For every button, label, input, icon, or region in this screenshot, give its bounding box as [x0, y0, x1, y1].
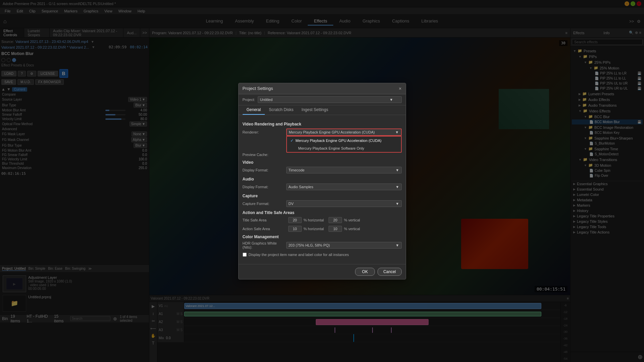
preview-cache-label: Preview Cache: [243, 153, 286, 157]
check-icon: ✓ [290, 138, 294, 143]
video-display-format-field: Timecode ▼ [286, 167, 402, 173]
ok-button[interactable]: OK [355, 268, 375, 276]
action-safe-label: Action Safe Area [243, 227, 286, 231]
renderer-option-software[interactable]: Mercury Playback Engine Software Only [287, 145, 401, 152]
tab-scratch-disks[interactable]: Scratch Disks [265, 105, 297, 115]
capture-format-label: Capture Format: [243, 202, 286, 206]
hdr-label: HDR Graphics White (Nits): [243, 241, 286, 249]
capture-format-select[interactable]: DV ▼ [286, 200, 402, 207]
renderer-value: Mercury Playback Engine GPU Acceleration… [289, 130, 375, 134]
dialog-title: Project Settings [243, 86, 273, 91]
project-row-label: Project: [243, 98, 255, 102]
renderer-label: Renderer: [243, 130, 286, 134]
display-checkbox[interactable] [243, 253, 247, 257]
action-safe-v-input[interactable] [329, 226, 342, 232]
audio-display-format-row: Display Format: Audio Samples ▼ [243, 184, 402, 190]
preview-cache-row: Preview Cache: [243, 153, 402, 157]
dialog-header: Project Settings × [239, 83, 406, 94]
dialog-close-button[interactable]: × [399, 86, 401, 91]
project-settings-dialog: Project Settings × Project: Untitled ▼ G… [238, 83, 406, 279]
audio-display-format-label: Display Format: [243, 185, 286, 189]
title-safe-h-input[interactable] [288, 217, 302, 223]
dialog-overlay: Project Settings × Project: Untitled ▼ G… [0, 0, 644, 362]
renderer-dropdown-icon: ▼ [395, 130, 399, 134]
action-safe-h-unit: % horizontal [304, 227, 324, 231]
tab-general[interactable]: General [243, 105, 265, 115]
color-mgmt-title: Color Management [243, 235, 402, 239]
video-display-format-label: Display Format: [243, 168, 286, 172]
title-safe-v-input[interactable] [329, 217, 342, 223]
dialog-body: Video Rendering and Playback Renderer: M… [239, 115, 406, 264]
title-safe-h-unit: % horizontal [304, 218, 324, 222]
safe-areas-title: Action and Title Safe Areas [243, 210, 402, 215]
renderer-dropdown-popup: ✓ Mercury Playback Engine GPU Accelerati… [286, 136, 402, 153]
hdr-row: HDR Graphics White (Nits): 203 (75% HLG,… [243, 241, 402, 249]
dialog-footer: OK Cancel [239, 264, 406, 279]
cancel-button[interactable]: Cancel [378, 268, 401, 276]
capture-format-field: DV ▼ [286, 200, 402, 207]
title-safe-row: Title Safe Area % horizontal % vertical [243, 217, 402, 223]
video-title: Video [243, 160, 402, 165]
hdr-field: 203 (75% HLG, 58% PQ) ▼ [286, 242, 402, 249]
action-safe-v-unit: % vertical [344, 227, 360, 231]
dialog-project-row: Project: Untitled ▼ [239, 94, 406, 105]
display-checkbox-label: Display the project item name and label … [249, 253, 349, 257]
tab-ingest-settings[interactable]: Ingest Settings [298, 105, 332, 115]
project-dropdown[interactable]: Untitled ▼ [258, 96, 402, 103]
audio-title: Audio [243, 177, 402, 182]
hdr-select[interactable]: 203 (75% HLG, 58% PQ) ▼ [286, 242, 402, 249]
renderer-field: Mercury Playback Engine GPU Acceleration… [286, 128, 402, 136]
renderer-row: Renderer: Mercury Playback Engine GPU Ac… [243, 128, 402, 136]
renderer-select[interactable]: Mercury Playback Engine GPU Acceleration… [286, 128, 402, 136]
video-display-format-row: Display Format: Timecode ▼ [243, 167, 402, 173]
renderer-option-cuda[interactable]: ✓ Mercury Playback Engine GPU Accelerati… [287, 137, 401, 145]
capture-format-row: Capture Format: DV ▼ [243, 200, 402, 207]
action-safe-row: Action Safe Area % horizontal % vertical [243, 226, 402, 232]
dialog-tabs: General Scratch Disks Ingest Settings [239, 105, 406, 115]
checkbox-row: Display the project item name and label … [243, 253, 402, 257]
audio-display-format-field: Audio Samples ▼ [286, 184, 402, 190]
title-safe-label: Title Safe Area [243, 218, 286, 222]
video-rendering-title: Video Rendering and Playback [243, 122, 402, 126]
capture-title: Capture [243, 194, 402, 198]
audio-display-format-select[interactable]: Audio Samples ▼ [286, 184, 402, 190]
video-display-format-select[interactable]: Timecode ▼ [286, 167, 402, 173]
action-safe-h-input[interactable] [288, 226, 302, 232]
title-safe-v-unit: % vertical [344, 218, 360, 222]
